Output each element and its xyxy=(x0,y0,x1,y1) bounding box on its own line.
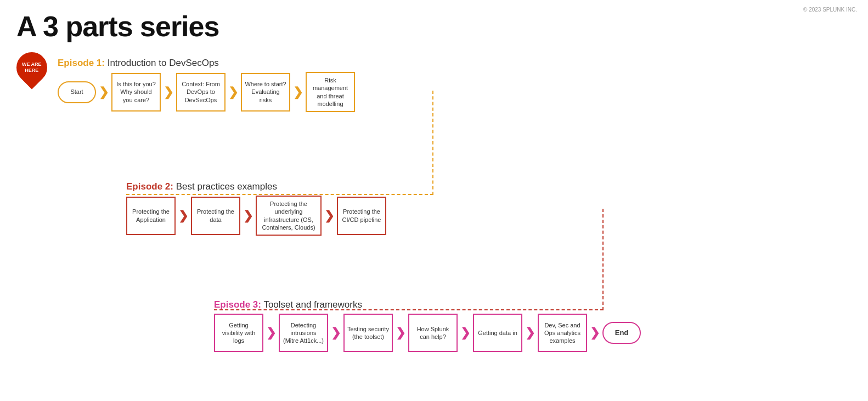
episode3-title: Toolset and frameworks xyxy=(261,299,362,310)
ep1-node-1: Is this for you? Why should you care? xyxy=(111,73,161,112)
ep3-node-6: Dev, Sec and Ops analytics examples xyxy=(538,314,587,352)
ep2-node-2: Protecting the data xyxy=(191,197,240,235)
episode1-label: Episode 1: Introduction to DevSecOps xyxy=(58,58,355,69)
ep3-node-4: How Splunk can help? xyxy=(408,314,458,352)
ep3-arrow-3: ❯ xyxy=(393,326,408,340)
ep1-arrow-2: ❯ xyxy=(226,85,241,99)
ep2-node-3: Protecting the underlying infrastructure… xyxy=(256,196,322,236)
ep3-arrow-5: ❯ xyxy=(522,326,538,340)
ep3-node-1: Getting visibility with logs xyxy=(214,314,263,352)
ep3-arrow-2: ❯ xyxy=(328,326,343,340)
episode3-number: Episode 3: xyxy=(214,299,261,310)
episode1-number: Episode 1: xyxy=(58,58,105,68)
page-title: A 3 parts series xyxy=(16,10,852,43)
pin-text: WE ARE HERE xyxy=(22,62,42,74)
episode2-section: Episode 2: Best practices examples Prote… xyxy=(126,181,386,236)
ep2-arrow-1: ❯ xyxy=(176,209,191,223)
ep2-node-4: Protecting the CI/CD pipeline xyxy=(337,197,386,235)
ep2-arrow-3: ❯ xyxy=(322,209,337,223)
episode2-flow: Protecting the Application ❯ Protecting … xyxy=(126,196,386,236)
ep1-node-2: Context: From DevOps to DevSecOps xyxy=(176,73,226,112)
pin-body: WE ARE HERE xyxy=(10,46,53,89)
episode1-section: Episode 1: Introduction to DevSecOps Sta… xyxy=(58,58,355,112)
page-container: A 3 parts series © 2023 SPLUNK INC. WE A… xyxy=(0,0,868,401)
ep3-node-2: Detecting intrusions (Mitre Att1ck...) xyxy=(279,314,328,352)
ep3-node-5: Getting data in xyxy=(473,314,522,352)
ep3-arrow-6: ❯ xyxy=(587,326,602,340)
ep2-arrow-2: ❯ xyxy=(240,209,256,223)
ep1-arrow-1: ❯ xyxy=(161,85,176,99)
we-are-here-pin: WE ARE HERE xyxy=(16,52,47,83)
ep3-end-node: End xyxy=(602,322,641,344)
ep2-node-1: Protecting the Application xyxy=(126,197,176,235)
episode3-section: Episode 3: Toolset and frameworks Gettin… xyxy=(214,299,641,352)
ep3-arrow-4: ❯ xyxy=(458,326,473,340)
episode2-title: Best practices examples xyxy=(173,181,277,192)
episode3-label: Episode 3: Toolset and frameworks xyxy=(214,299,641,310)
ep1-node-4: Risk management and threat modelling xyxy=(306,72,355,112)
episode1-title: Introduction to DevSecOps xyxy=(105,58,219,68)
episode2-label: Episode 2: Best practices examples xyxy=(126,181,386,192)
copyright-text: © 2023 SPLUNK INC. xyxy=(803,7,857,13)
ep1-node-3: Where to start? Evaluating risks xyxy=(241,73,290,112)
ep3-arrow-1: ❯ xyxy=(263,326,279,340)
ep1-arrow-3: ❯ xyxy=(290,85,306,99)
episode3-flow: Getting visibility with logs ❯ Detecting… xyxy=(214,314,641,352)
ep1-arrow-0: ❯ xyxy=(96,85,111,99)
episode1-flow: Start ❯ Is this for you? Why should you … xyxy=(58,72,355,112)
ep1-start-node: Start xyxy=(58,81,96,103)
episode2-number: Episode 2: xyxy=(126,181,173,192)
ep3-node-3: Testing security (the toolset) xyxy=(343,314,393,352)
